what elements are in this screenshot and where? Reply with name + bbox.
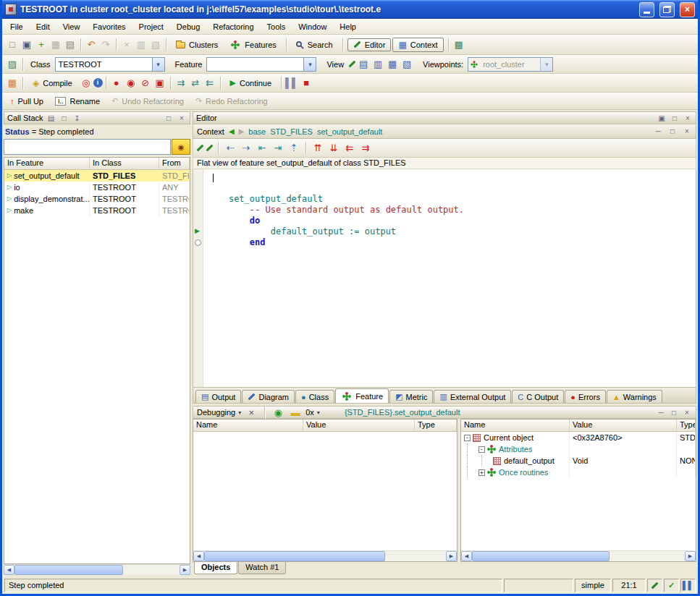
- clickable-view-icon[interactable]: ▤: [356, 57, 371, 72]
- basic-text-view-icon[interactable]: [349, 61, 356, 68]
- last-compile-error-icon[interactable]: ◎: [79, 76, 93, 90]
- new-item-icon[interactable]: +: [34, 38, 49, 52]
- menu-view[interactable]: View: [56, 20, 87, 33]
- features-button[interactable]: Features: [224, 38, 281, 51]
- hex-label[interactable]: 0x: [305, 408, 314, 417]
- crumb-cluster[interactable]: base: [248, 127, 266, 136]
- tab-errors[interactable]: ●Errors: [565, 390, 606, 403]
- melt-icon[interactable]: ▦: [5, 76, 20, 90]
- column-from[interactable]: From: [159, 158, 190, 169]
- rename-button[interactable]: I.. Rename: [50, 95, 105, 107]
- menu-file[interactable]: File: [4, 20, 30, 33]
- save-call-stack-icon[interactable]: ▤: [46, 113, 56, 123]
- debugging-minimize-icon[interactable]: ─: [656, 407, 666, 417]
- tab-feature[interactable]: Feature: [335, 388, 389, 403]
- code-lines[interactable]: set_output_default -- Use standard outpu…: [203, 169, 696, 387]
- new-class-icon[interactable]: ▧: [5, 57, 20, 72]
- edit-class-icon[interactable]: [206, 145, 214, 152]
- tab-external-output[interactable]: ▥External Output: [434, 390, 511, 403]
- debugging-maximize-icon[interactable]: □: [669, 407, 679, 417]
- object-tree-row[interactable]: -Attributes: [461, 443, 696, 455]
- menu-project[interactable]: Project: [132, 20, 170, 33]
- objects-column-type[interactable]: Type: [677, 420, 696, 431]
- scroll-left-icon[interactable]: ◀: [193, 551, 204, 561]
- clusters-button[interactable]: Clusters: [171, 39, 223, 51]
- assigners-icon[interactable]: ⇤: [255, 141, 269, 156]
- call-stack-row[interactable]: ▷set_output_defaultSTD_FILESSTD_FILES: [4, 170, 190, 182]
- object-tree-row[interactable]: +Once routines: [461, 467, 696, 478]
- edit-feature-icon[interactable]: [197, 145, 204, 152]
- column-in-class[interactable]: In Class: [90, 158, 159, 169]
- pull-up-button[interactable]: ↑ Pull Up: [5, 95, 49, 107]
- debugging-close-icon[interactable]: ×: [682, 407, 692, 417]
- collapse-icon[interactable]: -: [464, 435, 471, 441]
- scroll-thumb[interactable]: [14, 565, 123, 575]
- viewpoints-combo[interactable]: root_cluster ▾: [468, 57, 553, 72]
- minimize-button[interactable]: [639, 2, 654, 17]
- pause-icon[interactable]: ▌▌: [284, 76, 299, 90]
- execution-point-icon[interactable]: ▶: [195, 228, 200, 234]
- tab-c-output[interactable]: CC Output: [512, 390, 564, 403]
- enable-breakpoints-icon[interactable]: ◉: [124, 76, 138, 90]
- crumb-feature[interactable]: set_output_default: [317, 127, 383, 136]
- info-icon[interactable]: i: [93, 78, 103, 88]
- scroll-right-icon[interactable]: ▶: [685, 551, 696, 561]
- editor-float-icon[interactable]: ▣: [657, 113, 667, 123]
- save-icon[interactable]: ▦: [49, 38, 63, 52]
- call-stack-filter-button[interactable]: ◉: [172, 139, 190, 155]
- dock-pane-icon[interactable]: ↧: [72, 113, 83, 123]
- feature-combo-dropdown[interactable]: ▾: [303, 58, 316, 71]
- collapse-icon[interactable]: -: [478, 446, 485, 453]
- column-in-feature[interactable]: In Feature: [4, 158, 90, 169]
- editor-close-icon[interactable]: ×: [683, 113, 693, 123]
- viewpoints-combo-dropdown[interactable]: ▾: [540, 58, 552, 71]
- code-area[interactable]: ▶ set_output_default -- Use standard out…: [193, 169, 696, 388]
- editor-gutter[interactable]: ▶: [193, 169, 203, 387]
- menu-tools[interactable]: Tools: [261, 20, 292, 33]
- resize-grip[interactable]: ▌▌: [680, 579, 696, 592]
- debugging-menu-icon[interactable]: ▾: [238, 409, 241, 416]
- tab-metric[interactable]: ◩Metric: [389, 390, 433, 403]
- scroll-thumb[interactable]: [472, 551, 610, 561]
- continue-button[interactable]: ▶ Continue: [225, 77, 277, 89]
- watch-column-value[interactable]: Value: [303, 420, 415, 431]
- menu-favorites[interactable]: Favorites: [86, 20, 132, 33]
- context-maximize-icon[interactable]: □: [667, 127, 678, 137]
- ancestors-icon[interactable]: ⇈: [311, 141, 325, 156]
- object-tree-row[interactable]: default_outputVoidNONE: [461, 455, 696, 467]
- watch-column-type[interactable]: Type: [415, 420, 457, 431]
- watch-column-name[interactable]: Name: [193, 420, 303, 431]
- step-over-icon[interactable]: ⇄: [188, 76, 203, 90]
- editor-toggle-button[interactable]: Editor: [347, 38, 392, 51]
- tab-watch-1[interactable]: Watch #1: [238, 562, 286, 574]
- save-all-icon[interactable]: ▤: [63, 38, 77, 52]
- tab-diagram[interactable]: Diagram: [242, 390, 295, 403]
- context-minimize-icon[interactable]: ─: [653, 127, 663, 137]
- stop-icon[interactable]: ■: [299, 76, 313, 90]
- menu-window[interactable]: Window: [292, 20, 333, 33]
- scroll-track[interactable]: [204, 551, 446, 561]
- scroll-right-icon[interactable]: ▶: [180, 565, 190, 575]
- crumb-class[interactable]: STD_FILES: [270, 127, 313, 136]
- scroll-right-icon[interactable]: ▶: [446, 551, 457, 561]
- call-stack-filter-input[interactable]: [4, 139, 171, 155]
- editor-maximize-icon[interactable]: □: [670, 113, 680, 123]
- scroll-track[interactable]: [14, 565, 180, 575]
- expand-icon[interactable]: +: [478, 469, 485, 476]
- search-button[interactable]: Search: [291, 39, 338, 51]
- cut-icon[interactable]: ×: [119, 38, 134, 52]
- close-debug-tool-icon[interactable]: ×: [244, 406, 258, 420]
- assignees-icon[interactable]: ⇥: [271, 141, 285, 156]
- undo-refactoring-button[interactable]: ↶ Undo Refactoring: [106, 95, 189, 107]
- contract-view-icon[interactable]: ▦: [385, 57, 400, 72]
- close-button[interactable]: ×: [680, 2, 695, 17]
- context-close-icon[interactable]: ×: [682, 127, 692, 137]
- suppliers-icon[interactable]: ⇉: [358, 141, 373, 156]
- tab-output[interactable]: ▤Output: [195, 390, 241, 403]
- call-stack-hscrollbar[interactable]: ◀ ▶: [4, 564, 190, 575]
- scroll-track[interactable]: [472, 551, 685, 561]
- objects-column-value[interactable]: Value: [570, 420, 677, 431]
- hex-dropdown-icon[interactable]: ▾: [317, 409, 320, 416]
- restore-button[interactable]: [659, 2, 675, 17]
- flat-view-icon[interactable]: ▥: [371, 57, 385, 72]
